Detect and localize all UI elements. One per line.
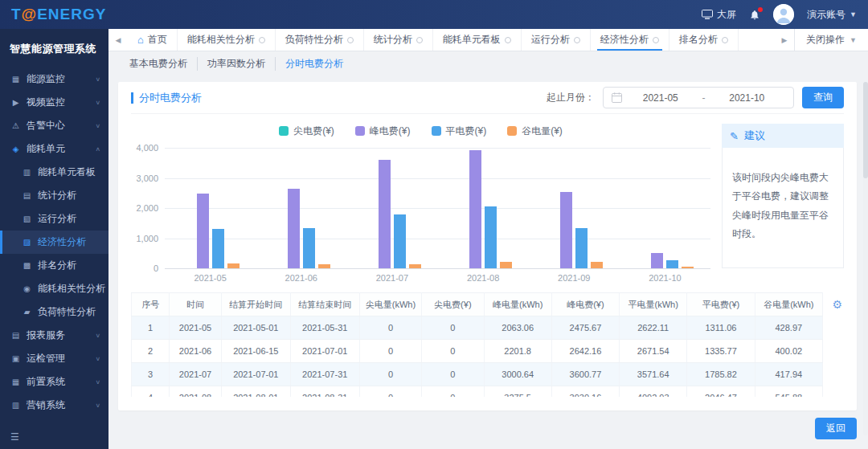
tab-energy-correlation[interactable]: 能耗相关性分析 [178, 29, 276, 51]
close-operations-menu[interactable]: 关闭操作 ▼ [794, 29, 868, 51]
tab-close-icon[interactable] [574, 37, 580, 43]
gridline [165, 268, 710, 269]
sidebar-item-energy-monitor[interactable]: ▦能源监控∨ [0, 67, 108, 91]
table-header-cell: 序号 [132, 293, 170, 316]
tab-close-icon[interactable] [347, 37, 354, 43]
tab-ranking-analysis[interactable]: 排名分析 [669, 29, 739, 51]
notification-bell-button[interactable] [749, 9, 760, 21]
table-row[interactable]: 22021-062021-06-152021-07-01002201.82642… [132, 340, 823, 363]
legend-item-峰电费(¥)[interactable]: 峰电费(¥) [355, 124, 411, 138]
subtab-tou-fee[interactable]: 分时电费分析 [275, 57, 353, 71]
sidebar-item-energy-correlation-analysis[interactable]: ◉能耗相关性分析 [0, 277, 108, 300]
sidebar-item-marketing-system[interactable]: ▥营销系统∨ [0, 394, 108, 417]
tabs-scroll-left-button[interactable]: ◀ [108, 29, 128, 51]
x-axis-tick-label: 2021-08 [438, 273, 529, 283]
legend-swatch [355, 126, 365, 136]
tou-fee-table: 序号时间结算开始时间结算结束时间尖电量(kWh)尖电费(¥)峰电量(kWh)峰电… [131, 292, 823, 397]
tab-close-icon[interactable] [653, 37, 659, 43]
bar-平电费(¥)-2021-08[interactable] [485, 206, 497, 268]
sidebar-item-energy-unit-board[interactable]: ▥能耗单元看板 [0, 161, 108, 184]
bar-平电费(¥)-2021-09[interactable] [575, 228, 588, 268]
notification-badge [758, 7, 763, 12]
bar-groups [165, 148, 710, 268]
bar-谷电量(¥)-2021-08[interactable] [500, 262, 512, 268]
subtab-basic-fee[interactable]: 基本电费分析 [120, 57, 197, 71]
tab-close-icon[interactable] [722, 37, 728, 43]
subtab-power-factor[interactable]: 功率因数分析 [197, 57, 275, 71]
sidebar-item-operation-analysis[interactable]: ▧运行分析 [0, 207, 108, 231]
bar-峰电费(¥)-2021-09[interactable] [560, 192, 572, 268]
sidebar-item-video-monitor[interactable]: ▶视频监控∨ [0, 91, 108, 114]
sidebar-collapse-button[interactable]: ☰ [0, 427, 108, 449]
account-label: 演示账号 [807, 8, 845, 22]
legend-item-尖电费(¥)[interactable]: 尖电费(¥) [279, 124, 334, 138]
big-screen-label: 大屏 [717, 8, 736, 22]
tab-stat-analysis[interactable]: 统计分析 [364, 29, 433, 51]
tab-load-characteristic[interactable]: 负荷特性分析 [276, 29, 364, 51]
sidebar-item-label: 负荷特性分析 [38, 305, 96, 319]
back-button[interactable]: 返回 [815, 418, 857, 439]
chevron-down-icon: ∨ [95, 402, 100, 409]
bar-峰电费(¥)-2021-07[interactable] [379, 160, 391, 268]
sidebar-menu: ▦能源监控∨▶视频监控∨⚠告警中心∨◈能耗单元∧▥能耗单元看板▤统计分析▧运行分… [0, 67, 108, 427]
sidebar-item-maintenance-management[interactable]: ▣运检管理∨ [0, 347, 108, 370]
tab-home[interactable]: ⌂ 首页 [128, 29, 178, 51]
bar-谷电量(¥)-2021-09[interactable] [591, 262, 603, 268]
account-menu[interactable]: 演示账号 ▼ [807, 8, 857, 22]
query-button[interactable]: 查询 [802, 87, 844, 108]
logo-at-icon: @ [22, 6, 38, 22]
big-screen-button[interactable]: 大屏 [702, 8, 736, 22]
sidebar-item-energy-unit[interactable]: ◈能耗单元∧ [0, 137, 108, 161]
tab-economic-analysis[interactable]: 经济性分析 [591, 29, 669, 51]
end-month-value[interactable]: 2021-10 [709, 92, 786, 104]
sidebar-item-alarm-center[interactable]: ⚠告警中心∨ [0, 114, 108, 137]
start-month-value[interactable]: 2021-05 [622, 92, 699, 104]
tab-label: 能耗相关性分析 [187, 33, 255, 47]
table-cell: 2021-08-01 [221, 386, 290, 398]
sidebar-item-stat-analysis[interactable]: ▤统计分析 [0, 184, 108, 207]
bar-平电费(¥)-2021-06[interactable] [303, 228, 315, 268]
energy-monitor-icon: ▦ [10, 75, 21, 84]
tab-close-icon[interactable] [416, 37, 423, 43]
table-cell: 2046.47 [687, 386, 755, 398]
month-range-picker[interactable]: 2021-05 - 2021-10 [603, 87, 794, 108]
suggestion-text: 该时间段内尖峰电费大于平谷电费，建议调整尖峰时段用电量至平谷时段。 [722, 148, 844, 268]
table-row[interactable]: 42021-082021-08-012021-08-31003275.53930… [132, 386, 823, 398]
bar-峰电费(¥)-2021-06[interactable] [288, 189, 300, 268]
tab-operation-analysis[interactable]: 运行分析 [522, 29, 591, 51]
bar-谷电量(¥)-2021-10[interactable] [682, 267, 694, 268]
tab-energy-unit-board[interactable]: 能耗单元看板 [433, 29, 522, 51]
bar-平电费(¥)-2021-07[interactable] [394, 214, 406, 268]
bar-group-2021-10 [620, 148, 710, 268]
bar-谷电量(¥)-2021-07[interactable] [409, 264, 421, 268]
bar-平电费(¥)-2021-05[interactable] [212, 229, 224, 268]
sidebar-item-front-system[interactable]: ▦前置系统∨ [0, 370, 108, 394]
table-row[interactable]: 32021-072021-07-012021-07-31003000.64360… [132, 363, 823, 386]
scrollbar[interactable] [863, 82, 868, 435]
bar-峰电费(¥)-2021-08[interactable] [469, 150, 481, 268]
energy-correlation-analysis-icon: ◉ [22, 284, 32, 293]
tou-fee-panel: 分时电费分析 起止月份： 2021-05 - 2021-10 查询 [118, 82, 857, 410]
economic-analysis-icon: ▨ [22, 238, 32, 247]
bar-平电费(¥)-2021-10[interactable] [666, 260, 678, 268]
legend-item-谷电量(¥)[interactable]: 谷电量(¥) [507, 124, 563, 138]
legend-item-平电费(¥)[interactable]: 平电费(¥) [432, 124, 487, 138]
bar-峰电费(¥)-2021-10[interactable] [651, 253, 663, 268]
sidebar-item-label: 视频监控 [27, 96, 65, 109]
sidebar-item-report-service[interactable]: ▤报表服务∨ [0, 324, 108, 347]
logo-text-rest: ENERGY [37, 6, 106, 22]
bar-峰电费(¥)-2021-05[interactable] [197, 194, 209, 268]
table-header-cell: 平电费(¥) [687, 293, 755, 316]
sidebar-item-economic-analysis[interactable]: ▨经济性分析 [0, 231, 108, 254]
table-settings-gear-icon[interactable]: ⚙ [832, 298, 842, 311]
avatar[interactable] [773, 4, 794, 25]
table-row[interactable]: 12021-052021-05-012021-05-31002063.06247… [132, 316, 823, 340]
bar-谷电量(¥)-2021-06[interactable] [318, 264, 330, 268]
sidebar-item-ranking-analysis[interactable]: ▩排名分析 [0, 254, 108, 277]
legend-label: 峰电费(¥) [370, 124, 411, 138]
bar-谷电量(¥)-2021-05[interactable] [227, 263, 240, 268]
tabs-scroll-right-button[interactable]: ▶ [775, 29, 794, 51]
tab-close-icon[interactable] [505, 37, 511, 43]
tab-close-icon[interactable] [259, 37, 265, 43]
sidebar-item-load-characteristic-analysis[interactable]: ▰负荷特性分析 [0, 300, 108, 324]
